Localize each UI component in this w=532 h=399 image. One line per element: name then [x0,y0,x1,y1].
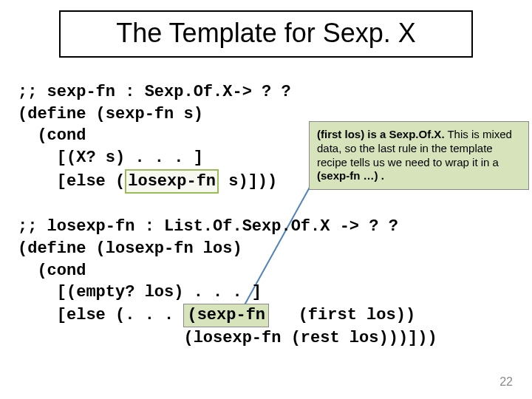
code-line-5a: [else ( [18,172,125,191]
code-line-1: ;; sexp-fn : Sexp.Of.X-> ? ? [18,83,291,101]
callout-box: (first los) is a Sexp.Of.X. This is mixe… [309,121,529,190]
code-line-9: (cond [18,262,86,280]
callout-bold-1: (first los) is a Sexp.Of.X. [317,128,445,140]
code-line-4: [(X? s) . . . ] [18,149,203,167]
code-line-2: (define (sexp-fn s) [18,105,203,123]
title-box: The Template for Sexp. X [59,10,473,58]
code-line-11b: (first los)) [269,306,415,324]
code-line-12: (losexp-fn (rest los)))])) [18,329,437,347]
code-line-10: [(empty? los) . . . ] [18,283,262,301]
code-line-7: ;; losexp-fn : List.Of.Sexp.Of.X -> ? ? [18,217,398,236]
code-line-3: (cond [18,126,86,145]
slide-title: The Template for Sexp. X [116,18,416,48]
callout-bold-2: (sexp-fn …) . [317,169,384,182]
page-number: 22 [499,375,513,389]
code-line-11a: [else (. . . [18,306,183,324]
slide: The Template for Sexp. X ;; sexp-fn : Se… [0,0,532,399]
highlight-sexp-fn: (sexp-fn [183,304,269,327]
highlight-losexp-fn: losexp-fn [125,169,219,194]
code-line-5b: s)])) [219,172,277,191]
code-line-8: (define (losexp-fn los) [18,239,242,258]
